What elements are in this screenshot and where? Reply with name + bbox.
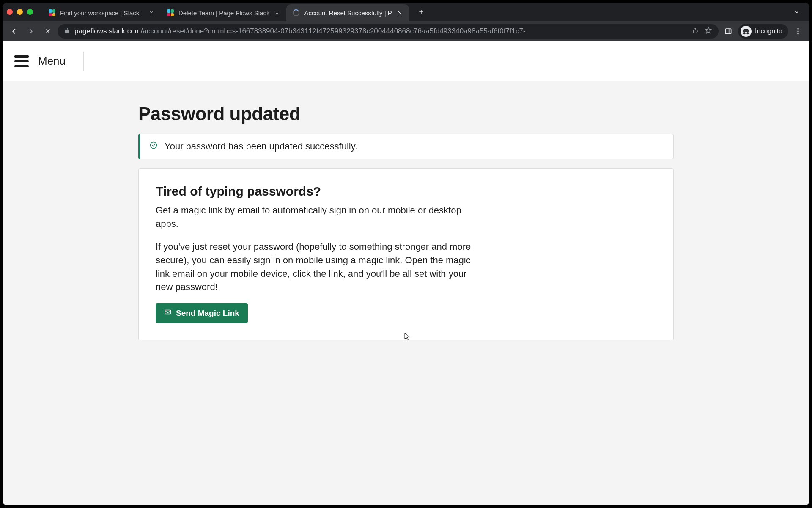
svg-point-6: [797, 33, 798, 34]
close-tab-button[interactable]: [274, 9, 280, 16]
svg-point-0: [695, 28, 696, 29]
close-tab-button[interactable]: [148, 9, 155, 16]
menu-label: Menu: [38, 55, 66, 68]
lock-icon: [63, 27, 70, 36]
tab-overflow-button[interactable]: [791, 6, 803, 18]
tab-delete-team[interactable]: Delete Team | Page Flows Slack: [161, 4, 286, 21]
tab-strip: Find your workspace | Slack Delete Team …: [3, 3, 809, 21]
close-tab-button[interactable]: [396, 9, 403, 16]
alert-text: Your password has been updated successfu…: [165, 141, 357, 152]
svg-point-5: [797, 30, 798, 32]
bookmark-icon[interactable]: [704, 26, 713, 37]
page-viewport: Menu Password updated Your password has …: [3, 41, 809, 505]
divider: [83, 52, 84, 71]
send-magic-link-button[interactable]: Send Magic Link: [156, 303, 248, 323]
slack-icon: [167, 9, 174, 17]
tab-title: Find your workspace | Slack: [60, 9, 144, 17]
card-paragraph: If you've just reset your password (hope…: [156, 240, 477, 294]
slack-icon: [48, 9, 56, 17]
maximize-window-button[interactable]: [27, 9, 33, 15]
browser-menu-button[interactable]: [791, 24, 805, 39]
incognito-icon: [741, 26, 752, 37]
magic-link-card: Tired of typing passwords? Get a magic l…: [138, 168, 674, 340]
minimize-window-button[interactable]: [17, 9, 23, 15]
tabstrip-right: [791, 6, 805, 18]
svg-point-2: [697, 30, 698, 32]
menu-button[interactable]: [14, 55, 29, 67]
window-controls: [7, 9, 33, 15]
tabs: Find your workspace | Slack Delete Team …: [42, 3, 409, 21]
forward-button[interactable]: [24, 24, 38, 39]
card-title: Tired of typing passwords?: [156, 184, 656, 199]
url-text: pageflows.slack.com/account/reset/done?c…: [74, 27, 526, 36]
success-alert: Your password has been updated successfu…: [138, 134, 674, 159]
svg-rect-3: [725, 29, 731, 34]
tab-title: Delete Team | Page Flows Slack: [178, 9, 269, 17]
svg-point-7: [151, 142, 157, 149]
tab-find-workspace[interactable]: Find your workspace | Slack: [42, 4, 161, 21]
new-tab-button[interactable]: [415, 6, 428, 18]
close-window-button[interactable]: [7, 9, 13, 15]
browser-toolbar: pageflows.slack.com/account/reset/done?c…: [3, 21, 809, 41]
tab-account-reset[interactable]: Account Reset Successfully | P: [286, 4, 409, 21]
mail-icon: [164, 308, 172, 318]
tab-title: Account Reset Successfully | P: [304, 9, 392, 17]
svg-point-1: [693, 30, 694, 32]
page-body: Password updated Your password has been …: [3, 81, 809, 505]
browser-window: Find your workspace | Slack Delete Team …: [3, 3, 809, 505]
side-panel-button[interactable]: [721, 24, 735, 39]
page-title: Password updated: [138, 103, 674, 124]
card-paragraph: Get a magic link by email to automatical…: [156, 204, 477, 231]
extension-icon[interactable]: [691, 27, 699, 36]
content: Password updated Your password has been …: [138, 103, 674, 340]
address-bar[interactable]: pageflows.slack.com/account/reset/done?c…: [58, 24, 719, 39]
incognito-label: Incognito: [755, 28, 782, 35]
svg-rect-8: [165, 310, 171, 314]
back-button[interactable]: [7, 24, 21, 39]
button-label: Send Magic Link: [176, 309, 239, 318]
stop-reload-button[interactable]: [41, 24, 55, 39]
incognito-indicator[interactable]: Incognito: [738, 24, 788, 39]
check-circle-icon: [149, 141, 158, 152]
svg-point-4: [797, 28, 798, 30]
loading-icon: [292, 9, 300, 17]
site-header: Menu: [3, 41, 809, 81]
